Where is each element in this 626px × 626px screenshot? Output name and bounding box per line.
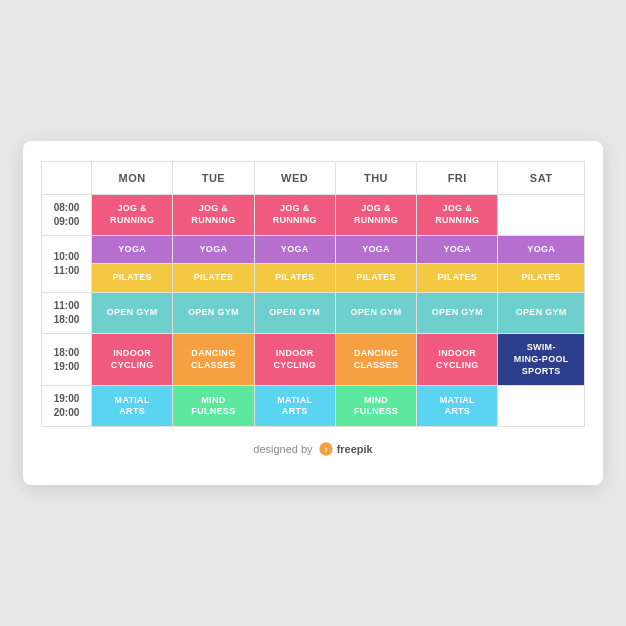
activity-cell: JOG &RUNNING	[92, 194, 173, 235]
activity-cell: PILATES	[417, 264, 498, 293]
activity-cell: JOG &RUNNING	[335, 194, 416, 235]
activity-cell: MATIALARTS	[417, 386, 498, 427]
activity-cell: JOG &RUNNING	[417, 194, 498, 235]
activity-cell: OPEN GYM	[417, 293, 498, 334]
table-row: 18:0019:00 INDOORCYCLING DANCINGCLASSES …	[42, 334, 585, 386]
footer-text: designed by	[253, 443, 312, 455]
activity-cell: YOGA	[92, 235, 173, 264]
time-cell: 11:0018:00	[42, 293, 92, 334]
activity-cell: INDOORCYCLING	[417, 334, 498, 386]
activity-cell: OPEN GYM	[173, 293, 254, 334]
header-mon: MON	[92, 161, 173, 194]
table-row: 10:0011:00 YOGA YOGA YOGA YOGA YOGA YOGA	[42, 235, 585, 264]
header-tue: TUE	[173, 161, 254, 194]
activity-cell: PILATES	[254, 264, 335, 293]
empty-cell	[498, 194, 585, 235]
table-row: 08:0009:00 JOG &RUNNING JOG &RUNNING JOG…	[42, 194, 585, 235]
header-thu: THU	[335, 161, 416, 194]
activity-cell: MATIALARTS	[254, 386, 335, 427]
schedule-table: MON TUE WED THU FRI SAT 08:0009:00 JOG &…	[41, 161, 585, 427]
time-cell: 19:0020:00	[42, 386, 92, 427]
activity-cell: JOG &RUNNING	[254, 194, 335, 235]
activity-cell: INDOORCYCLING	[92, 334, 173, 386]
schedule-card: MON TUE WED THU FRI SAT 08:0009:00 JOG &…	[23, 141, 603, 485]
activity-cell: MATIALARTS	[92, 386, 173, 427]
time-cell: 08:0009:00	[42, 194, 92, 235]
table-row: PILATES PILATES PILATES PILATES PILATES …	[42, 264, 585, 293]
header-fri: FRI	[417, 161, 498, 194]
activity-cell: YOGA	[498, 235, 585, 264]
activity-cell: PILATES	[173, 264, 254, 293]
footer: designed by f freepik	[41, 441, 585, 457]
activity-cell: JOG &RUNNING	[173, 194, 254, 235]
activity-cell: OPEN GYM	[254, 293, 335, 334]
activity-cell: OPEN GYM	[498, 293, 585, 334]
activity-cell: YOGA	[417, 235, 498, 264]
activity-cell: OPEN GYM	[92, 293, 173, 334]
time-cell: 18:0019:00	[42, 334, 92, 386]
header-sat: SAT	[498, 161, 585, 194]
activity-cell: PILATES	[92, 264, 173, 293]
activity-cell: INDOORCYCLING	[254, 334, 335, 386]
activity-cell: YOGA	[335, 235, 416, 264]
activity-cell: MINDFULNESS	[335, 386, 416, 427]
activity-cell: SWIM-MING-POOLSPORTS	[498, 334, 585, 386]
table-row: 11:0018:00 OPEN GYM OPEN GYM OPEN GYM OP…	[42, 293, 585, 334]
activity-cell: PILATES	[335, 264, 416, 293]
header-wed: WED	[254, 161, 335, 194]
table-row: 19:0020:00 MATIALARTS MINDFULNESS MATIAL…	[42, 386, 585, 427]
time-cell: 10:0011:00	[42, 235, 92, 292]
empty-cell	[498, 386, 585, 427]
brand-name: freepik	[337, 443, 373, 455]
activity-cell: PILATES	[498, 264, 585, 293]
activity-cell: OPEN GYM	[335, 293, 416, 334]
activity-cell: DANCINGCLASSES	[335, 334, 416, 386]
activity-cell: YOGA	[173, 235, 254, 264]
activity-cell: MINDFULNESS	[173, 386, 254, 427]
activity-cell: YOGA	[254, 235, 335, 264]
header-empty	[42, 161, 92, 194]
freepik-logo: f freepik	[318, 441, 373, 457]
activity-cell: DANCINGCLASSES	[173, 334, 254, 386]
